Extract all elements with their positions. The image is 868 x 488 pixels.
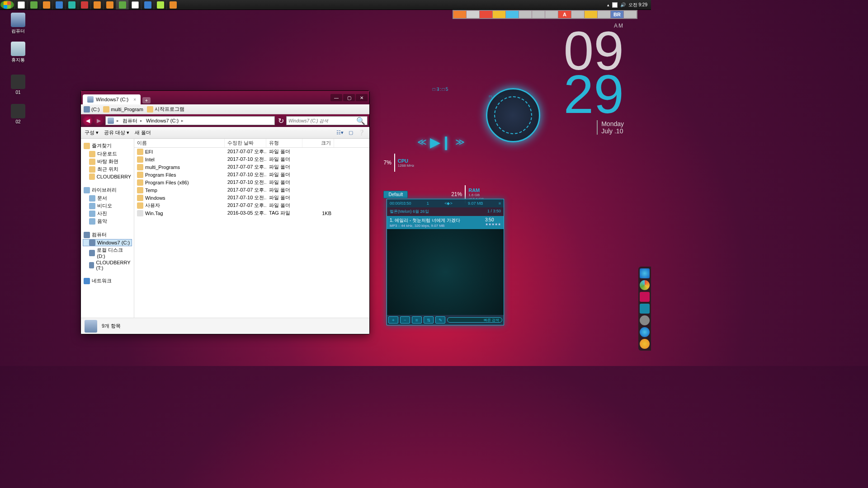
nav-item[interactable]: 문서 [83,194,132,202]
organize-menu[interactable]: 구성 ▾ [85,129,99,136]
music-player[interactable]: □∃:□5 PLAYING ≪ ▶❙ ≫ [377,99,504,176]
dock-ie-icon[interactable] [640,268,650,278]
search-input[interactable] [288,118,356,123]
taskbar-app[interactable] [116,0,128,9]
search-box[interactable]: 🔍 [286,116,368,125]
nav-forward-button[interactable]: ▶ [94,116,104,126]
nav-item[interactable]: 최근 위치 [83,165,132,173]
dock-globe-icon[interactable] [640,327,650,337]
dock-orange-icon[interactable] [640,339,650,349]
desktop-icon[interactable]: 02 [5,104,32,124]
playlist-remove-button[interactable]: − [400,316,410,324]
desktop-icon[interactable]: 휴지통 [5,42,32,63]
tray-chevron-icon[interactable]: ▴ [607,3,609,7]
desktop-icon[interactable]: 컴퓨터 [5,13,32,34]
breadcrumb-item[interactable]: Windows7 (C:) [144,118,185,123]
file-row[interactable]: 사용자2017-07-07 오후...파일 폴더 [134,202,369,209]
nav-item[interactable]: 다운로드 [83,150,132,158]
nav-item[interactable]: 로컬 디스크 (D:) [83,246,132,259]
nav-group-header[interactable]: 라이브러리 [83,186,132,194]
taskbar-app[interactable] [52,0,65,9]
new-tab-button[interactable]: + [142,97,151,103]
file-row[interactable]: multi_Programs2017-07-07 오후...파일 폴더 [134,163,369,171]
player-prev-button[interactable]: ≪ [415,135,429,149]
file-row[interactable]: Program Files2017-07-10 오전...파일 폴더 [134,171,369,178]
nav-item[interactable]: 음악 [83,217,132,225]
nav-item[interactable]: CLOUDBERRY (T:) [83,259,132,271]
explorer-tab-active[interactable]: Windows7 (C:) × [83,94,141,104]
file-row[interactable]: Program Files (x86)2017-07-10 오전...파일 폴더 [134,178,369,186]
tray-volume-icon[interactable]: 🔊 [620,2,626,7]
player-hud-dial[interactable] [486,88,540,142]
tab-close-icon[interactable]: × [133,97,136,102]
taskbar-app[interactable] [40,0,52,9]
apptray-item[interactable] [545,11,558,18]
breadcrumb[interactable]: 컴퓨터Windows7 (C:) [105,116,275,125]
apptray-item[interactable] [480,11,492,18]
playlist-track-row[interactable]: 1. 에일리 - 첫눈처럼 너에게 가겠다 MP3 :: 44 kHz, 320… [387,216,504,229]
nav-group-header[interactable]: 즐겨찾기 [83,141,132,150]
nav-group-header[interactable]: 컴퓨터 [83,230,132,239]
tray-clock[interactable]: 오전 9:29 [628,2,647,8]
favorite-item[interactable]: 시작프로그램 [147,106,184,113]
tray-flag-icon[interactable] [612,2,618,8]
ram-default-button[interactable]: Default [383,191,408,198]
taskbar-app[interactable] [166,0,179,9]
player-play-button[interactable]: ▶❙ [434,135,448,149]
start-button[interactable] [0,0,14,9]
file-row[interactable]: Intel2017-07-10 오전...파일 폴더 [134,155,369,163]
dock-chrome-icon[interactable] [640,280,650,290]
nav-item[interactable]: CLOUDBERRY [83,173,132,180]
apptray-item[interactable] [453,11,466,18]
desktop-icon[interactable]: 01 [5,75,32,95]
nav-item[interactable]: Windows7 (C:) [83,239,132,246]
close-button[interactable]: ✕ [356,94,368,101]
taskbar-app[interactable] [128,0,141,9]
favorite-item[interactable]: multi_Program [103,106,143,113]
col-modified[interactable]: 수정한 날짜 [225,139,266,147]
share-menu[interactable]: 공유 대상 ▾ [104,129,129,136]
dock-monitor-icon[interactable] [640,304,650,314]
taskbar-app[interactable] [65,0,78,9]
taskbar-app[interactable] [14,0,27,9]
maximize-button[interactable]: ▢ [343,94,355,101]
playlist-window[interactable]: 00:00/03:50 1 <◆> 9.07 MB ≡ 멜론(Melon) 6월… [387,199,504,325]
favorite-item[interactable]: (C:) [84,106,99,113]
apptray-item[interactable] [598,11,610,18]
playlist-list-button[interactable]: ≡ [412,316,422,324]
help-icon[interactable]: ❔ [358,129,366,137]
apptray-item[interactable] [519,11,532,18]
playlist-nav-icon[interactable]: <◆> [444,201,453,206]
nav-group-header[interactable]: 네트워크 [83,277,132,285]
preview-pane-icon[interactable]: ▢ [347,129,355,137]
apptray-item[interactable]: A [558,11,571,18]
col-name[interactable]: 이름 [134,139,225,147]
file-row[interactable]: Temp2017-07-07 오후...파일 폴더 [134,186,369,194]
dock-settings-icon[interactable] [640,315,650,325]
taskbar-app[interactable] [103,0,116,9]
rating-stars-icon[interactable]: ★★★★★ [485,222,501,226]
player-next-button[interactable]: ≫ [453,135,467,149]
playlist-add-button[interactable]: + [388,316,398,324]
view-menu-icon[interactable]: ☷▾ [336,129,344,137]
dock-app-icon[interactable] [640,292,650,302]
apptray-item[interactable] [532,11,545,18]
col-type[interactable]: 유형 [266,139,302,147]
file-row[interactable]: Win.Tag2016-03-05 오후...TAG 파일1KB [134,209,369,217]
new-folder-button[interactable]: 새 폴더 [135,129,151,136]
playlist-tool-button[interactable]: ✎ [435,316,445,324]
taskbar-app[interactable] [90,0,103,9]
apptray-item[interactable] [493,11,505,18]
apptray-item[interactable]: BR [611,11,623,18]
file-row[interactable]: EFI2017-07-07 오후...파일 폴더 [134,148,369,155]
nav-item[interactable]: 비디오 [83,202,132,210]
taskbar-app[interactable] [78,0,90,9]
nav-item[interactable]: 바탕 화면 [83,158,132,165]
taskbar-app[interactable] [141,0,154,9]
taskbar-app[interactable] [27,0,40,9]
col-size[interactable]: 크기 [302,139,334,147]
apptray-item[interactable] [585,11,597,18]
playlist-search[interactable]: 빠른 검색 [447,317,502,323]
search-icon[interactable]: 🔍 [356,117,365,125]
playlist-menu-icon[interactable]: ≡ [499,201,501,206]
